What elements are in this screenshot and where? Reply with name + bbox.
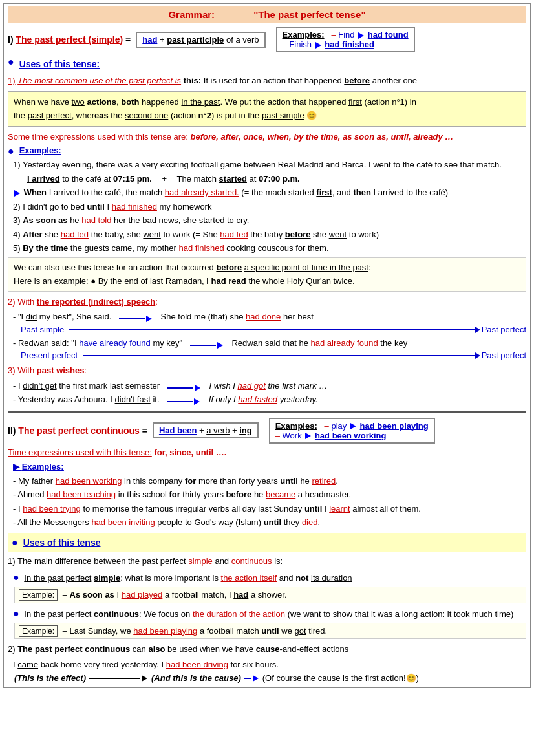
- use-ii1-b2-text: In the past perfect continuous: We focus…: [24, 609, 513, 619]
- examples-bullet: ● Examples:: [8, 146, 526, 157]
- arrow-tri3: [195, 385, 200, 391]
- ex1-para: 1) Yesterday evening, there was a very e…: [13, 158, 526, 171]
- use3-ex2: - Yesterday was Achoura. I didn't fast i…: [13, 393, 526, 406]
- time-words: before, after, once, when, by the time, …: [191, 132, 454, 142]
- arrow-ii2: [305, 433, 311, 439]
- ex1-when: When I arrived to the café, the match ha…: [13, 186, 526, 199]
- note-label: (Of course the cause is the first action…: [262, 673, 419, 683]
- examples-header: Examples:: [19, 146, 61, 155]
- section-ii-name: The past perfect continuous: [18, 426, 139, 436]
- bullet2: ●: [8, 146, 14, 157]
- use-ii2-header-text: 2) The past perfect continuous can also …: [8, 644, 348, 654]
- use2-ex1b: She told me (that) she had done her best: [161, 312, 314, 321]
- use-ii2-ex: I came back home very tired yesterday. I…: [13, 658, 526, 671]
- ex1-result: had found: [368, 30, 409, 39]
- ex1-had-started: had already started.: [165, 188, 239, 197]
- ex-ii3-text: - I had been trying to memorise the famo…: [13, 504, 421, 513]
- section-ii-row: II) The past perfect continuous = Had be…: [8, 418, 526, 444]
- use1-header-text: The most common use of the past perfect …: [17, 76, 181, 85]
- time-words-ii: for, since, until ….: [154, 448, 226, 457]
- use3-ex1a: - I didn't get the first mark last semes…: [13, 381, 160, 391]
- use-ii1-b1-text: In the past perfect simple: what is more…: [24, 573, 352, 583]
- ce-arrow2: [253, 675, 259, 682]
- arrow-tri4: [194, 398, 200, 405]
- ex1-times: I arrived to the café at 07:15 pm. + The…: [27, 173, 526, 186]
- ce-line2: [244, 678, 251, 679]
- ex5-text: 5) By the time the guests came, my mothe…: [13, 243, 329, 253]
- section-i-name: The past perfect (simple): [16, 34, 123, 45]
- use2-name: the reported (indirect) speech: [37, 297, 155, 307]
- use3-colon: :: [85, 365, 87, 375]
- uses-header: Uses of this tense:: [19, 59, 100, 69]
- use1-header-line: 1) The most common use of the past perfe…: [8, 74, 526, 87]
- yellow-box-1: When we have two actions, both happened …: [8, 91, 526, 127]
- ex-ii2-result: had been working: [315, 431, 387, 440]
- past-perfect-label-1: Past perfect: [482, 325, 526, 334]
- bullet5: ●: [13, 608, 19, 619]
- formula-box: had + past participle of a verb: [136, 32, 265, 48]
- ex-ii4-para: - All the Messengers had been inviting p…: [13, 516, 526, 529]
- uses-header-ii: Uses of this tense: [23, 537, 101, 548]
- use3-number: 3) With: [8, 365, 34, 375]
- ex-ii1-word: play: [331, 421, 347, 431]
- formula-text: had + past participle of a verb: [142, 35, 259, 45]
- ex-ii2-para: - Ahmed had been teaching in this school…: [13, 488, 526, 501]
- examples-ii-label: ▶ Examples:: [13, 462, 64, 471]
- yb1-line1: When we have two actions, both happened …: [14, 96, 520, 109]
- section-i-examples: Examples: – Find had found – Finish had …: [276, 27, 415, 52]
- ex-ii2-dash: –: [275, 431, 280, 440]
- use1-before: before: [344, 76, 370, 85]
- ex-ii1-text: - My father had been working in this com…: [13, 476, 338, 486]
- ex-ii4-text: - All the Messengers had been inviting p…: [13, 517, 320, 527]
- ex4-para: 4) After she had fed the baby, she went …: [13, 228, 526, 241]
- yb1-line2: the past perfect, whereas the second one…: [14, 109, 520, 122]
- use-ii2-header: 2) The past perfect continuous can also …: [8, 643, 526, 656]
- ex4-text: 4) After she had fed the baby, she went …: [13, 230, 379, 239]
- arrow-tri1: [146, 316, 152, 322]
- ex-label1: Example:: [19, 589, 58, 601]
- formula-box-ii: Had been + a verb + ing: [153, 422, 259, 438]
- use2-header: 2) With the reported (indirect) speech:: [8, 296, 526, 308]
- use3-ex2b: If only I had fasted yesterday.: [209, 394, 318, 404]
- ex3-text: 3) As soon as he had told her the bad ne…: [13, 215, 249, 225]
- examples-label-ii: Examples:: [275, 421, 317, 431]
- past-perfect-label-2: Past perfect: [482, 351, 526, 360]
- present-perfect-label: Present perfect: [21, 351, 78, 360]
- ex2-word: Finish: [289, 39, 312, 49]
- bullet3: ●: [12, 537, 18, 548]
- ex1-started-text: The match started at 07:00 p.m.: [177, 174, 300, 184]
- use1-rest2: another one: [370, 76, 417, 85]
- main-title: "The past perfect tense": [253, 9, 365, 20]
- arrow1: [358, 32, 364, 39]
- ex2-para: 2) I didn't go to bed until I had finish…: [13, 200, 526, 213]
- ex2-dash: –: [283, 39, 287, 49]
- past-simple-label: Past simple: [21, 325, 64, 334]
- ex1-word: Find: [338, 30, 354, 39]
- section-ii-examples: Examples: – play had been playing – Work…: [269, 418, 435, 444]
- formula-ii-text: Had been + a verb + ing: [159, 426, 252, 435]
- use2-colon: :: [155, 297, 158, 307]
- time-expr-ii-label: Time expressions used with this tense:: [8, 448, 152, 457]
- timeline-row2: Present perfect Past perfect: [21, 351, 526, 360]
- examples-header-ii: ▶ Examples:: [13, 460, 526, 473]
- uses-ii-header-row: ● Uses of this tense: [8, 533, 526, 552]
- use3-ex1b: I wish I had got the first mark …: [209, 381, 327, 391]
- ex-ii3-para: - I had been trying to memorise the famo…: [13, 502, 526, 515]
- use2-number: 2) With: [8, 297, 34, 307]
- use2-ex1: - "I did my best", She said. She told me…: [13, 310, 526, 323]
- ex1-comment: (= the mach started first, and then I ar…: [239, 188, 448, 197]
- grammar-label: Grammar:: [168, 9, 215, 20]
- use3-header: 3) With past wishes:: [8, 364, 526, 377]
- use2-ex2: - Redwan said: "I have already found my …: [13, 337, 526, 350]
- ex-ii1-dash: –: [325, 421, 329, 431]
- arrow-tri2: [217, 342, 223, 349]
- ex1-plus: +: [162, 174, 167, 184]
- use1-this: this:: [184, 76, 201, 85]
- timeline-row1: Past simple Past perfect: [21, 325, 526, 334]
- ex-ii2-word: Work: [283, 431, 302, 440]
- use1-number: 1): [8, 76, 16, 85]
- use3-ex2a: - Yesterday was Achoura. I didn't fast i…: [13, 394, 160, 404]
- bullet4: ●: [13, 572, 19, 583]
- ex1-when-rest: I arrived to the café, the match: [49, 188, 165, 197]
- yb2-line1: We can also use this tense for an action…: [14, 261, 520, 274]
